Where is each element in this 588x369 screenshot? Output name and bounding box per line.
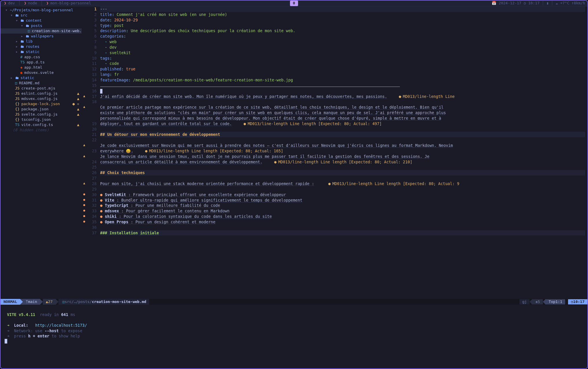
- chevron-right-icon: ▸: [16, 49, 19, 55]
- clock-icon: ◷: [571, 299, 573, 305]
- tree-file[interactable]: {}package.json▲: [1, 107, 82, 112]
- battery-icon: ▮: [546, 1, 549, 6]
- folder-icon: 🖿: [15, 13, 19, 18]
- js-icon: JS: [15, 86, 20, 91]
- diagnostic-inline: MD013/line-length Line length [Expected:…: [274, 160, 412, 164]
- folder-icon: 🖿: [20, 49, 24, 55]
- svelte-icon: ◉: [20, 70, 23, 76]
- tree-folder[interactable]: ▸🖿lib: [1, 39, 82, 44]
- code-content[interactable]: --- title: Comment j'ai créé mon site we…: [100, 6, 587, 299]
- tree-file[interactable]: ◉mdsvex.svelte: [1, 70, 82, 75]
- terminal-icon: ❯: [4, 1, 6, 6]
- hint-icon: ◈: [535, 299, 538, 305]
- horizontal-rule: [100, 84, 400, 87]
- session-badge: 0: [290, 1, 298, 6]
- chevron-down-icon: ▾: [16, 18, 19, 23]
- tree-root[interactable]: ▾ ~/Projets/mon-blog-personnel: [1, 8, 82, 13]
- encoding-label: gj: [519, 299, 530, 305]
- heading-2: Choix techniques: [107, 170, 145, 175]
- tree-file[interactable]: {}tsconfig.json: [1, 117, 82, 122]
- tree-file[interactable]: ◫README.md: [1, 81, 82, 86]
- chevron-right-icon: ▸: [21, 34, 24, 39]
- heading-3: ### Installation initiale: [100, 231, 159, 235]
- tree-file[interactable]: JSsvelte.config.js▲: [1, 112, 82, 117]
- css-icon: #: [20, 54, 23, 60]
- tree-file[interactable]: TSvite.config.ts▲: [1, 122, 82, 127]
- tree-folder[interactable]: ▸🖿static: [1, 49, 82, 54]
- cursor: [100, 89, 102, 94]
- file-path: ◫ src/…/posts/creation-mon-site-web.md: [58, 299, 149, 305]
- json-icon: {}: [15, 107, 20, 112]
- date-label: 2024-12-17: [499, 1, 521, 6]
- local-url[interactable]: http://localhost:5173/: [35, 323, 87, 328]
- terminal-icon: ❯: [46, 1, 49, 6]
- tmux-tab-node[interactable]: ❯node: [23, 1, 38, 6]
- tree-folder[interactable]: ▾🖿src: [1, 13, 82, 18]
- warning-icon: ▲: [77, 107, 79, 112]
- chevron-right-icon: ▸: [16, 39, 19, 44]
- tree-file[interactable]: {}package-lock.json● ▫: [1, 101, 82, 107]
- warning-icon: ▲: [77, 112, 79, 117]
- diagnostic-inline: MD013/line-length Line length [Expected:…: [328, 181, 459, 186]
- modified-icon: ● ▫: [73, 101, 79, 107]
- markdown-icon: ◫: [63, 299, 65, 305]
- js-icon: JS: [15, 96, 20, 102]
- weather-label: +7°C ↑8km/h: [560, 1, 585, 6]
- folder-icon: 🖿: [25, 34, 29, 39]
- file-tree[interactable]: ▾ ~/Projets/mon-blog-personnel ▾🖿src▾🖿co…: [1, 6, 82, 299]
- hints-count: ◈ 5: [532, 299, 543, 305]
- html-icon: ◈: [20, 65, 23, 70]
- sign-column: ▲▲▲▲▲●●●●●●: [82, 6, 87, 299]
- tree-file[interactable]: JSeslint.config.js▲: [1, 91, 82, 96]
- diagnostics-count[interactable]: ▲ 27: [43, 299, 55, 305]
- js-icon: JS: [15, 91, 20, 96]
- git-branch: ᛘ main: [23, 299, 40, 305]
- folder-icon: 🖿: [20, 44, 24, 50]
- chevron-right-icon: ▸: [16, 44, 19, 50]
- heading-2: Un détour sur mon environnement de dével…: [107, 132, 220, 137]
- folder-icon: 🖿: [20, 18, 24, 23]
- editor-pane[interactable]: ▲▲▲▲▲●●●●●● 1234567891011121314151617181…: [82, 6, 587, 299]
- warning-icon: ▲: [77, 91, 79, 96]
- ts-icon: TS: [20, 60, 25, 65]
- warning-icon: ▲: [77, 96, 79, 102]
- diagnostic-inline: MD013/line-length Line: [399, 94, 455, 99]
- terminal-cursor: [5, 339, 7, 344]
- cursor-position: Top 1:1: [546, 299, 565, 305]
- time-label: 10:17: [528, 1, 539, 6]
- tree-file[interactable]: ◫creation-mon-site-web.md▲: [1, 28, 82, 34]
- tmux-tab-dev[interactable]: ❯dev: [3, 1, 16, 6]
- warning-icon: ▲: [77, 122, 79, 128]
- chevron-down-icon: ▾: [5, 8, 8, 13]
- tree-file[interactable]: JSmdsvex.config.js▲: [1, 96, 82, 101]
- calendar-icon: 📅: [492, 1, 496, 6]
- separator: │: [18, 1, 21, 6]
- warning-icon: ▲: [46, 299, 48, 305]
- main-area: ▾ ~/Projets/mon-blog-personnel ▾🖿src▾🖿co…: [1, 6, 587, 299]
- js-icon: JS: [15, 112, 20, 117]
- separator: │: [41, 1, 43, 6]
- diagnostic-inline: MD013/line-length Line length [Expected:…: [244, 121, 382, 126]
- tree-folder[interactable]: ▸🖿wallpapers: [1, 34, 82, 39]
- tree-file[interactable]: TSapp.d.ts: [1, 60, 82, 65]
- tree-folder[interactable]: ▸🖿routes: [1, 44, 82, 49]
- folder-icon: 🖿: [20, 39, 24, 44]
- tree-file[interactable]: JScreate-post.mjs: [1, 86, 82, 91]
- statusline: NORMAL ᛘ main ▲ 27 ◫ src/…/posts/creatio…: [1, 299, 587, 305]
- tree-file[interactable]: #app.css: [1, 54, 82, 60]
- terminal-pane[interactable]: VITE v5.4.11 ready in 641 ms ➜ Local: ht…: [1, 305, 587, 368]
- md-icon: ◫: [28, 28, 30, 34]
- mode-indicator: NORMAL: [1, 299, 20, 305]
- tree-folder[interactable]: ▸🖿static: [1, 75, 82, 81]
- tree-folder[interactable]: ▾🖿posts: [1, 23, 82, 28]
- diagnostic-inline: MD013/line-length Line length [Expected:…: [145, 149, 283, 153]
- branch-icon: ᛘ: [26, 299, 28, 305]
- tree-file[interactable]: ◈app.html: [1, 65, 82, 70]
- md-icon: ◫: [15, 81, 17, 86]
- tree-folder[interactable]: ▾🖿content: [1, 18, 82, 23]
- ts-icon: TS: [15, 122, 20, 128]
- titlebar: ❯dev │ ❯node │ ❯mon-blog-personnel 0 📅 2…: [1, 1, 587, 6]
- tmux-tab-blog[interactable]: ❯mon-blog-personnel: [45, 1, 92, 6]
- json-icon: {}: [15, 117, 20, 123]
- folder-icon: 🖿: [15, 75, 19, 81]
